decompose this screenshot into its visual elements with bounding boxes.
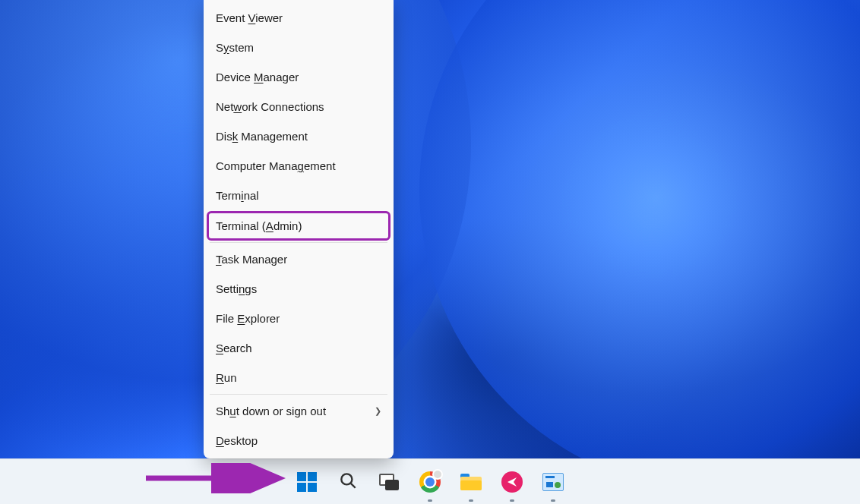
menu-network-connections[interactable]: Network Connections xyxy=(207,92,390,121)
control-panel-icon xyxy=(542,473,564,491)
control-panel-app[interactable] xyxy=(537,466,569,498)
running-indicator xyxy=(510,499,514,502)
menu-separator xyxy=(210,242,387,243)
winx-power-menu: Event Viewer System Device Manager Netwo… xyxy=(204,0,394,458)
running-indicator xyxy=(428,499,432,502)
menu-file-explorer[interactable]: File Explorer xyxy=(207,304,390,333)
svg-line-2 xyxy=(351,483,356,487)
menu-computer-management[interactable]: Computer Management xyxy=(207,151,390,181)
menu-system[interactable]: System xyxy=(207,33,390,62)
menu-separator xyxy=(210,394,387,395)
file-explorer-app[interactable] xyxy=(455,466,487,498)
running-indicator xyxy=(551,499,555,502)
menu-shutdown-signout[interactable]: Shut down or sign out ❯ xyxy=(207,396,390,426)
desktop-wallpaper xyxy=(0,0,860,504)
running-indicator xyxy=(469,499,473,502)
share-icon xyxy=(501,471,523,493)
start-button[interactable] xyxy=(291,466,323,498)
chrome-app[interactable] xyxy=(414,466,446,498)
search-button[interactable] xyxy=(332,466,364,498)
menu-terminal[interactable]: Terminal xyxy=(207,181,390,210)
menu-terminal-admin[interactable]: Terminal (Admin) xyxy=(207,211,390,241)
menu-settings[interactable]: Settings xyxy=(207,274,390,304)
menu-run[interactable]: Run xyxy=(207,363,390,392)
menu-disk-management[interactable]: Disk Management xyxy=(207,121,390,151)
profile-badge-icon xyxy=(432,469,443,480)
taskbar xyxy=(0,458,860,504)
menu-task-manager[interactable]: Task Manager xyxy=(207,244,390,274)
svg-point-1 xyxy=(341,474,352,484)
menu-device-manager[interactable]: Device Manager xyxy=(207,62,390,92)
quick-share-app[interactable] xyxy=(496,466,528,498)
task-view-icon xyxy=(379,474,399,490)
search-icon xyxy=(338,471,358,493)
menu-desktop[interactable]: Desktop xyxy=(207,426,390,455)
menu-event-viewer[interactable]: Event Viewer xyxy=(207,3,390,33)
windows-logo-icon xyxy=(297,472,317,492)
folder-icon xyxy=(460,474,482,490)
chrome-icon xyxy=(419,471,441,493)
chevron-right-icon: ❯ xyxy=(375,405,381,417)
task-view-button[interactable] xyxy=(373,466,405,498)
menu-search[interactable]: Search xyxy=(207,333,390,363)
